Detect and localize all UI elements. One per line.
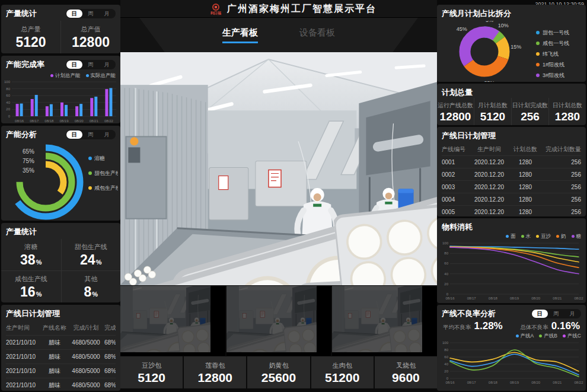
- column-header: 产线名称: [42, 324, 68, 332]
- table-cell: 68%: [104, 353, 116, 360]
- stat-label: 总产值: [81, 25, 101, 34]
- svg-text:08/22: 08/22: [104, 119, 114, 123]
- svg-text:08/18: 08/18: [489, 381, 498, 384]
- defect-stat-value: 0.16%: [551, 320, 580, 332]
- stat-label: 总产量: [21, 25, 41, 34]
- stat-label: 运行产线总数: [438, 101, 473, 110]
- table-cell: 256: [540, 171, 581, 178]
- svg-text:20: 20: [6, 107, 10, 111]
- period-tab-month[interactable]: 月: [564, 310, 581, 318]
- panel-daily-plan-left: 产线日计划管理 生产时间产线名称完成/计划完成率2021/10/10腊味4680…: [1, 305, 120, 391]
- brand-name: 利口福: [210, 11, 221, 15]
- period-tab-week[interactable]: 周: [82, 130, 99, 139]
- svg-text:08/17: 08/17: [467, 381, 477, 384]
- table-row: 00012020.12.201280256: [442, 155, 581, 168]
- column-header: 计划总数: [511, 145, 540, 154]
- table-cell: 2020.12.20: [468, 196, 511, 203]
- panel-title: 产线月计划占比拆分: [442, 8, 511, 19]
- tab-equipment-board[interactable]: 设备看板: [299, 27, 335, 43]
- product-counter: 叉烧包9600: [375, 356, 437, 388]
- legend-label: 产线A: [521, 333, 534, 340]
- table-row: 2021/10/10腊味4680/500068%: [6, 349, 116, 364]
- svg-text:08/18: 08/18: [44, 119, 54, 123]
- svg-text:08/19: 08/19: [510, 297, 519, 300]
- table-cell: 2020.12.20: [468, 184, 511, 190]
- period-tab-month[interactable]: 月: [99, 60, 116, 69]
- table-row: 2021/10/10腊味4680/500068%: [6, 335, 116, 349]
- product-counter: 豆沙包5120: [120, 356, 183, 388]
- period-tab-week[interactable]: 周: [82, 9, 99, 18]
- panel-plan-totals: 计划总量 运行产线总数12800月计划总数5120日计划完成数256日计划总数1…: [437, 84, 586, 125]
- period-switch: 日周月: [66, 60, 116, 69]
- stat-label: 甜包生产线: [75, 243, 107, 251]
- period-tab-week[interactable]: 周: [548, 310, 564, 318]
- stat-value: 24%: [80, 253, 101, 267]
- legend-dot-icon: [86, 74, 89, 77]
- period-tab-day[interactable]: 日: [66, 60, 83, 69]
- svg-text:08/22: 08/22: [574, 297, 583, 300]
- defect-stat-label: 总体不良率: [520, 324, 548, 332]
- svg-text:08/20: 08/20: [531, 297, 541, 300]
- camera-thumbnail-3[interactable]: [332, 286, 437, 356]
- table-row: 00032020.12.201280256: [442, 180, 581, 193]
- svg-text:35%: 35%: [484, 80, 495, 82]
- product-name: 生肉包: [333, 361, 352, 370]
- svg-text:15%: 15%: [511, 44, 521, 50]
- table-cell: 0003: [442, 184, 468, 190]
- table-cell: 0005: [442, 209, 468, 215]
- svg-text:08/16: 08/16: [445, 297, 455, 300]
- table-cell: 腊味: [42, 367, 68, 375]
- column-header: 完成计划数量: [540, 145, 581, 154]
- stat-unit: %: [96, 259, 102, 266]
- legend-dot-icon: [539, 334, 542, 337]
- legend-item: 水: [521, 233, 531, 240]
- panel-title: 产量统计: [6, 227, 37, 237]
- panel-monthly-plan-split: 产线月计划占比拆分 5%10%15%35%45%甜包一号线咸包一号线纬飞线1#阳…: [437, 5, 586, 82]
- legend-label: 水: [526, 233, 531, 240]
- svg-text:80: 80: [6, 87, 10, 91]
- legend-item: 产线A: [516, 333, 534, 340]
- svg-text:3#阳改线: 3#阳改线: [543, 72, 564, 78]
- stat-value: 1280: [555, 111, 580, 122]
- table-cell: 0001: [442, 159, 468, 165]
- period-tab-month[interactable]: 月: [99, 9, 116, 18]
- period-tab-day[interactable]: 日: [66, 130, 83, 139]
- table-cell: 2020.12.20: [468, 209, 511, 215]
- table-cell: 4680/5000: [68, 382, 104, 388]
- product-value: 51200: [325, 371, 359, 384]
- camera-thumbnail-1[interactable]: [120, 286, 225, 356]
- camera-thumbnail-2[interactable]: [226, 286, 331, 356]
- legend-label: 面: [511, 233, 516, 240]
- period-tab-week[interactable]: 周: [82, 60, 99, 69]
- table-cell: 256: [540, 209, 581, 215]
- panel-title: 产线不良率分析: [442, 308, 496, 319]
- svg-text:08/21: 08/21: [553, 381, 562, 384]
- period-tab-month[interactable]: 月: [99, 130, 116, 139]
- svg-text:08/16: 08/16: [15, 119, 24, 123]
- svg-text:08/17: 08/17: [30, 119, 39, 123]
- panel-output-ratio: 产量统计 溶糖38%甜包生产线24%咸包生产线16%其他8%: [1, 223, 120, 302]
- table-cell: 0002: [442, 171, 468, 178]
- legend-item: 产线C: [563, 333, 581, 340]
- svg-text:0: 0: [446, 292, 449, 296]
- svg-text:60: 60: [444, 355, 448, 359]
- table-row: 00022020.12.201280256: [442, 168, 581, 180]
- legend-label: 糖: [576, 233, 582, 240]
- stat-cell: 其他8%: [61, 270, 121, 302]
- tab-production-board[interactable]: 生产看板: [222, 27, 258, 43]
- table-cell: 68%: [104, 339, 116, 346]
- period-tab-day[interactable]: 日: [532, 310, 548, 318]
- stat-value: 5120: [15, 36, 46, 49]
- material-line-chart: 02040608010008/1608/1708/1808/1908/2008/…: [437, 240, 583, 301]
- svg-text:08/21: 08/21: [90, 119, 99, 123]
- product-value: 9600: [392, 371, 420, 384]
- stat-cell: 溶糖38%: [1, 239, 61, 270]
- stat-label: 溶糖: [24, 243, 37, 251]
- svg-text:08/21: 08/21: [553, 297, 562, 300]
- defect-line-chart: 02040608010008/1608/1708/1808/1908/2008/…: [437, 340, 583, 385]
- period-tab-day[interactable]: 日: [66, 9, 83, 18]
- svg-text:甜包一号线: 甜包一号线: [543, 30, 569, 36]
- product-value: 25600: [261, 371, 296, 384]
- panel-title: 产线日计划管理: [6, 308, 60, 319]
- svg-text:65%: 65%: [23, 148, 34, 155]
